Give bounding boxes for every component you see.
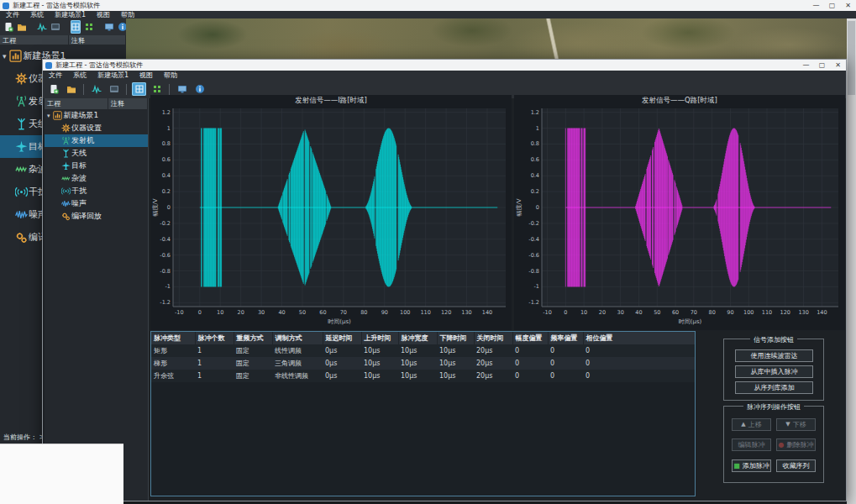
- gear-icon: [13, 72, 29, 85]
- table-cell: 三角调频: [272, 357, 323, 370]
- export-view-button[interactable]: [50, 20, 60, 34]
- tree-item-新建场景1[interactable]: ▾新建场景1: [45, 109, 148, 122]
- add-from-sequence-library-button[interactable]: 从序列库添加: [735, 381, 813, 394]
- save-sequence-button[interactable]: 收藏序列: [776, 459, 816, 472]
- transmitter-icon: [60, 136, 71, 145]
- svg-text:100: 100: [743, 309, 754, 316]
- menu-view[interactable]: 视图: [139, 71, 153, 80]
- tree-item-杂波[interactable]: 杂波: [45, 172, 148, 185]
- minimize-button[interactable]: —: [808, 2, 824, 9]
- table-cell: 20μs: [474, 370, 512, 382]
- svg-text:80: 80: [360, 309, 367, 316]
- menu-scene[interactable]: 新建场景1: [97, 71, 129, 80]
- menu-help[interactable]: 帮助: [121, 11, 134, 18]
- table-cell: 0: [548, 357, 583, 370]
- move-up-button[interactable]: ▲ 上移: [732, 418, 771, 431]
- menu-system[interactable]: 系统: [73, 71, 87, 80]
- export-view-button[interactable]: [107, 82, 121, 96]
- svg-text:发射信号——Q路[时域]: 发射信号——Q路[时域]: [642, 96, 717, 104]
- menu-system[interactable]: 系统: [30, 11, 44, 18]
- svg-text:-10: -10: [543, 309, 552, 316]
- svg-text:0: 0: [167, 204, 171, 211]
- save-sequence-label: 收藏序列: [783, 461, 810, 470]
- foreground-menubar: 文件 系统 新建场景1 视图 帮助: [43, 71, 846, 80]
- scrollbar-thumb[interactable]: [848, 21, 855, 95]
- replay-icon: [13, 231, 29, 244]
- svg-text:40: 40: [635, 309, 642, 316]
- foreground-window: 新建工程 - 雷达信号模拟软件 — ▢ ✕ 文件 系统 新建场景1 视图 帮助 …: [42, 59, 847, 501]
- waveform-icon: [37, 22, 47, 32]
- foreground-window-titlebar: 新建工程 - 雷达信号模拟软件 — ▢ ✕: [43, 60, 846, 71]
- tree-item-编译回放[interactable]: 编译回放: [45, 210, 148, 223]
- svg-text:-0.4: -0.4: [160, 236, 171, 243]
- vertical-scrollbar[interactable]: [847, 18, 856, 504]
- close-button[interactable]: ✕: [840, 2, 856, 9]
- delete-dot-icon: ●: [779, 442, 785, 448]
- layout-dots-button[interactable]: [84, 20, 94, 34]
- i-channel-chart[interactable]: 发射信号——I路[时域]-100102030405060708090100110…: [150, 95, 512, 330]
- table-cell: 1: [195, 344, 234, 357]
- menu-view[interactable]: 视图: [97, 11, 110, 18]
- maximize-button[interactable]: ▢: [824, 2, 840, 9]
- table-row[interactable]: 升余弦1固定非线性调频0μs10μs10μs10μs20μs000: [151, 370, 696, 382]
- new-file-button[interactable]: [3, 20, 13, 34]
- svg-text:50: 50: [654, 309, 660, 316]
- new-file-icon: [49, 84, 59, 94]
- svg-text:-1: -1: [165, 283, 171, 290]
- table-cell: 固定: [234, 344, 272, 357]
- new-file-button[interactable]: [46, 82, 60, 96]
- table-cell: 10μs: [437, 344, 474, 357]
- column-header: 重频方式: [234, 332, 272, 344]
- grid-view-button[interactable]: [71, 20, 81, 34]
- tree-item-噪声[interactable]: 噪声: [45, 197, 148, 210]
- grid-view-icon: [71, 22, 81, 32]
- interference-icon: [60, 186, 71, 196]
- waveform-button[interactable]: [89, 82, 103, 96]
- monitor-button[interactable]: [104, 20, 114, 34]
- menu-file[interactable]: 文件: [6, 11, 19, 18]
- monitor-button[interactable]: [175, 82, 189, 96]
- menu-file[interactable]: 文件: [49, 71, 62, 80]
- waveform-button[interactable]: [37, 20, 47, 34]
- menu-scene[interactable]: 新建场景1: [55, 11, 86, 18]
- q-channel-chart[interactable]: 发射信号——Q路[时域]-100102030405060708090100110…: [514, 95, 845, 330]
- waveform-icon: [92, 84, 102, 94]
- info-button[interactable]: [192, 82, 207, 96]
- add-pulse-button[interactable]: ■ 添加脉冲: [732, 459, 771, 472]
- tree-item-目标[interactable]: 目标: [45, 160, 148, 172]
- svg-text:-0.2: -0.2: [528, 220, 539, 227]
- close-button[interactable]: ✕: [830, 61, 846, 69]
- toolbar-separator: [83, 84, 84, 95]
- open-folder-button[interactable]: [64, 82, 78, 96]
- tree-item-仪器设置[interactable]: 仪器设置: [45, 122, 148, 134]
- table-cell: 10μs: [361, 357, 398, 370]
- tree-header-note: 注释: [69, 35, 126, 45]
- minimize-button[interactable]: —: [798, 61, 814, 69]
- map-view[interactable]: [126, 18, 847, 59]
- delete-pulse-button[interactable]: ● 删除脉冲: [776, 438, 816, 451]
- svg-text:20: 20: [238, 309, 244, 316]
- svg-text:-0.8: -0.8: [160, 268, 171, 275]
- menu-help[interactable]: 帮助: [164, 71, 177, 80]
- open-folder-button[interactable]: [17, 20, 27, 34]
- tree-item-干扰[interactable]: 干扰: [45, 185, 148, 197]
- move-down-button[interactable]: ▼ 下移: [776, 418, 816, 431]
- use-cw-radar-button[interactable]: 使用连续波雷达: [735, 349, 813, 362]
- edit-pulse-button[interactable]: 编辑脉冲: [732, 438, 771, 451]
- tree-item-label: 干扰: [71, 186, 87, 197]
- arrow-up-icon: ▲: [741, 422, 745, 428]
- tree-item-天线[interactable]: 天线: [45, 147, 148, 160]
- tree-item-发射机[interactable]: 发射机: [45, 134, 148, 147]
- layout-dots-button[interactable]: [150, 82, 164, 96]
- grid-view-button[interactable]: [132, 82, 146, 96]
- expander-icon[interactable]: ▾: [3, 52, 7, 60]
- move-down-label: 下移: [793, 420, 806, 429]
- insert-pulse-from-library-button[interactable]: 从库中插入脉冲: [735, 365, 813, 378]
- expander-icon[interactable]: ▾: [47, 113, 50, 119]
- svg-text:-1: -1: [534, 283, 539, 290]
- table-row[interactable]: 梯形1固定三角调频0μs10μs10μs10μs20μs000: [151, 357, 696, 370]
- tree-item-label: 编译回放: [71, 211, 102, 222]
- open-folder-icon: [17, 22, 27, 32]
- maximize-button[interactable]: ▢: [814, 61, 830, 69]
- table-row[interactable]: 矩形1固定线性调频0μs10μs10μs10μs20μs000: [151, 344, 696, 357]
